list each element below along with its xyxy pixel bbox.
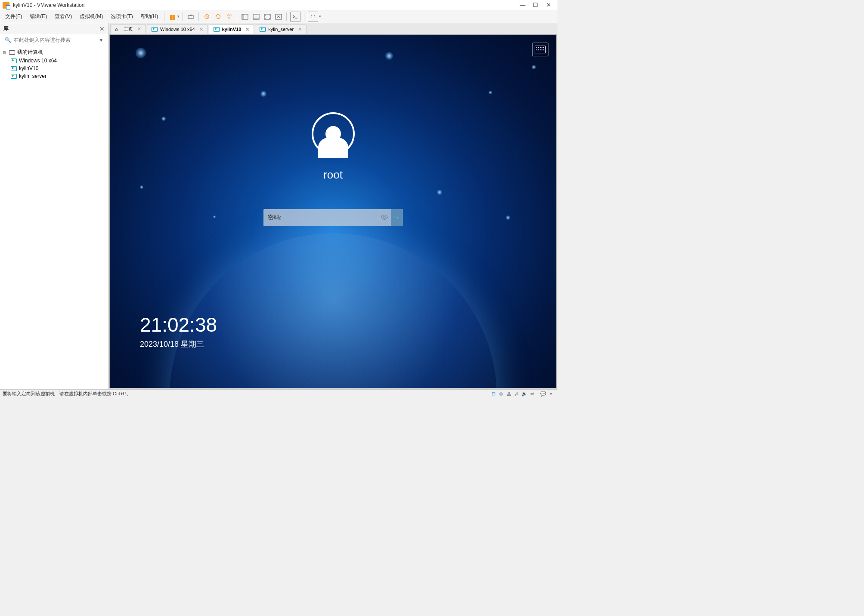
snapshot-revert-button[interactable] (213, 12, 223, 22)
window-titlebar: kylinV10 - VMware Workstation — ☐ ✕ (0, 0, 557, 10)
tab-label: Windows 10 x64 (160, 27, 195, 32)
sidebar-search[interactable]: 🔍 ▼ (2, 36, 106, 44)
window-title: kylinV10 - VMware Workstation (13, 2, 85, 8)
console-mode-button[interactable] (290, 12, 300, 22)
menu-tabs[interactable]: 选项卡(T) (107, 11, 136, 22)
tab-close-button[interactable]: ✕ (199, 27, 203, 32)
vm-icon (10, 66, 17, 71)
messages-icon[interactable]: 💬 (539, 391, 547, 397)
minimize-button[interactable]: — (516, 1, 529, 9)
home-icon: ⌂ (115, 26, 121, 32)
tree-vm-kylinserver[interactable]: kylin_server (3, 72, 105, 80)
clock-date: 2023/10/18 星期三 (140, 339, 217, 349)
clock: 21:02:38 2023/10/18 星期三 (140, 313, 217, 349)
vm-icon (152, 26, 158, 32)
user-avatar[interactable] (312, 112, 355, 155)
svg-point-3 (227, 15, 229, 16)
svg-rect-7 (242, 14, 244, 19)
tab-label: kylin_server (268, 27, 294, 32)
menu-file[interactable]: 文件(F) (2, 11, 25, 22)
svg-point-5 (228, 17, 230, 18)
menubar: 文件(F) 编辑(E) 查看(V) 虚拟机(M) 选项卡(T) 帮助(H) ▮▮… (0, 10, 557, 23)
expander-icon[interactable]: ⊟ (3, 50, 7, 55)
login-panel: root 密码: → (263, 112, 403, 226)
tab-kylinserver[interactable]: kylin_server ✕ (255, 25, 307, 34)
disk-activity-icon[interactable]: ⊟ (489, 391, 497, 397)
tree-root-label: 我的计算机 (17, 49, 43, 56)
usb-icon[interactable]: ⇌ (528, 391, 536, 397)
pause-button[interactable]: ▮▮ (167, 12, 177, 22)
password-label: 密码: (263, 214, 286, 222)
snapshot-manager-button[interactable] (224, 12, 234, 22)
svg-point-14 (383, 216, 385, 218)
tab-close-button[interactable]: ✕ (245, 27, 249, 32)
menu-vm[interactable]: 虚拟机(M) (76, 11, 106, 22)
tab-label: kylinV10 (222, 27, 242, 32)
vm-icon (10, 59, 17, 63)
show-password-button[interactable] (378, 213, 391, 222)
sidebar-close-button[interactable]: ✕ (99, 25, 105, 32)
show-console-button[interactable] (251, 12, 261, 22)
network-icon[interactable]: 🖧 (505, 391, 513, 397)
tab-windows10[interactable]: Windows 10 x64 ✕ (147, 25, 208, 34)
main-area: ⌂ 主页 ✕ Windows 10 x64 ✕ kylinV10 ✕ kylin… (108, 23, 557, 389)
search-dropdown-icon[interactable]: ▼ (99, 38, 103, 43)
password-input[interactable] (285, 214, 378, 221)
tree-vm-label: Windows 10 x64 (19, 58, 57, 64)
unity-mode-button[interactable] (273, 12, 284, 22)
svg-rect-9 (253, 18, 259, 19)
vm-display[interactable]: root 密码: → 21:02:38 2023/10/18 星期三 (109, 34, 557, 388)
tab-home[interactable]: ⌂ 主页 ✕ (110, 24, 146, 34)
password-box: 密码: → (263, 209, 403, 226)
power-dropdown[interactable]: ▼ (177, 15, 180, 18)
tab-close-button[interactable]: ✕ (137, 26, 141, 32)
tree-vm-kylinv10[interactable]: kylinV10 (3, 65, 105, 72)
tab-kylinv10[interactable]: kylinV10 ✕ (209, 25, 254, 34)
menu-edit[interactable]: 编辑(E) (26, 11, 50, 22)
show-sidebar-button[interactable] (240, 12, 250, 22)
svg-rect-0 (188, 15, 193, 18)
library-sidebar: 库 ✕ 🔍 ▼ ⊟ 我的计算机 Windows 10 x64 kylinV10 (0, 23, 108, 389)
stretch-button[interactable] (308, 12, 318, 22)
svg-rect-1 (190, 15, 192, 15)
tree-vm-label: kylin_server (19, 73, 46, 79)
vm-icon (214, 26, 220, 32)
svg-point-4 (229, 15, 231, 16)
info-dropdown-icon[interactable]: ▾ (547, 391, 555, 397)
tab-bar: ⌂ 主页 ✕ Windows 10 x64 ✕ kylinV10 ✕ kylin… (108, 23, 557, 34)
close-button[interactable]: ✕ (542, 1, 555, 9)
on-screen-keyboard-button[interactable] (532, 43, 548, 56)
login-submit-button[interactable]: → (391, 209, 403, 226)
app-icon (3, 2, 9, 9)
vm-tree: ⊟ 我的计算机 Windows 10 x64 kylinV10 kylin_se… (0, 46, 108, 82)
tab-label: 主页 (124, 26, 133, 32)
sound-icon[interactable]: 🔉 (520, 391, 528, 397)
menu-help[interactable]: 帮助(H) (137, 11, 162, 22)
vm-icon (10, 74, 17, 79)
search-icon: 🔍 (5, 37, 11, 43)
search-input[interactable] (14, 37, 99, 43)
statusbar: 要将输入定向到该虚拟机，请在虚拟机内部单击或按 Ctrl+G。 ⊟ ◎ 🖧 🖨 … (0, 389, 557, 398)
send-ctrl-alt-del-button[interactable] (186, 12, 196, 22)
fullscreen-button[interactable] (262, 12, 273, 22)
username-label: root (323, 168, 343, 182)
tree-vm-label: kylinV10 (19, 65, 38, 71)
clock-time: 21:02:38 (140, 313, 217, 336)
menu-view[interactable]: 查看(V) (51, 11, 75, 22)
tree-root-my-computer[interactable]: ⊟ 我的计算机 (3, 48, 105, 57)
cd-icon[interactable]: ◎ (497, 391, 505, 397)
stretch-dropdown[interactable]: ▼ (318, 15, 322, 18)
computer-icon (9, 50, 15, 55)
vm-icon (260, 26, 266, 32)
sidebar-title: 库 (3, 25, 99, 32)
snapshot-button[interactable] (201, 12, 212, 22)
maximize-button[interactable]: ☐ (529, 1, 542, 9)
printer-icon[interactable]: 🖨 (513, 391, 520, 397)
statusbar-hint: 要将输入定向到该虚拟机，请在虚拟机内部单击或按 Ctrl+G。 (3, 391, 131, 397)
tab-close-button[interactable]: ✕ (298, 27, 302, 32)
tree-vm-windows10[interactable]: Windows 10 x64 (3, 57, 105, 65)
